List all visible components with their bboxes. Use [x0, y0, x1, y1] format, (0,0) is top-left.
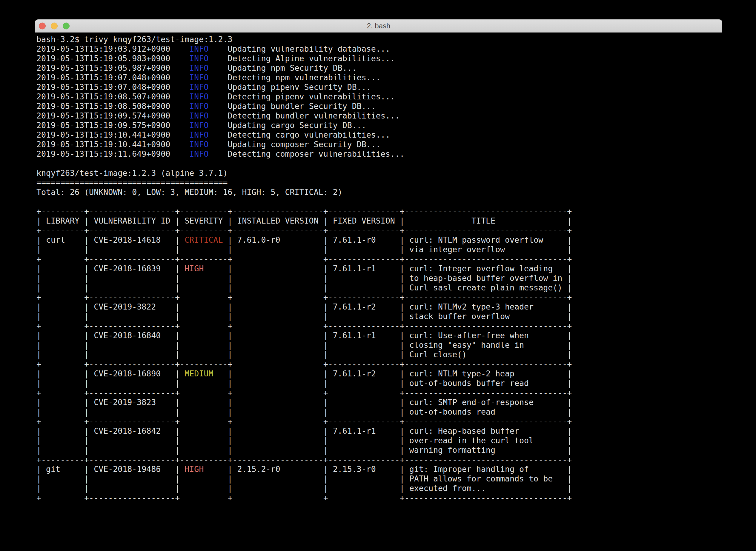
log-line: 2019-05-13T15:19:08.508+0900 INFO Updati… [36, 101, 376, 111]
log-level-info: INFO [189, 63, 209, 72]
log-level-info: INFO [189, 121, 209, 130]
terminal-screen[interactable]: bash-3.2$ trivy knqyf263/test-image:1.2.… [35, 33, 722, 503]
log-level-info: INFO [189, 111, 209, 120]
log-level-info: INFO [189, 54, 209, 63]
severity-critical: CRITICAL [184, 235, 223, 244]
log-line: 2019-05-13T15:19:09.575+0900 INFO Updati… [36, 121, 366, 130]
log-line: 2019-05-13T15:19:03.912+0900 INFO Updati… [36, 44, 390, 53]
log-line: 2019-05-13T15:19:10.441+0900 INFO Detect… [36, 130, 390, 139]
log-line: 2019-05-13T15:19:08.507+0900 INFO Detect… [36, 92, 395, 101]
total-summary-line: Total: 26 (UNKNOWN: 0, LOW: 3, MEDIUM: 1… [36, 187, 343, 197]
log-level-info: INFO [189, 82, 209, 92]
log-line: 2019-05-13T15:19:05.983+0900 INFO Detect… [36, 54, 395, 63]
vulnerability-table: +---------+------------------+----------… [36, 206, 572, 502]
severity-high: HIGH [184, 464, 204, 474]
window-title: 2. bash [367, 22, 391, 30]
log-level-info: INFO [189, 149, 209, 158]
target-underline: ======================================== [36, 178, 228, 187]
titlebar[interactable]: 2. bash [35, 19, 722, 33]
log-level-info: INFO [189, 130, 209, 139]
minimize-button[interactable] [51, 22, 58, 29]
log-line: 2019-05-13T15:19:05.987+0900 INFO Updati… [36, 63, 357, 72]
zoom-button[interactable] [63, 22, 70, 29]
prompt-line: bash-3.2$ trivy knqyf263/test-image:1.2.… [36, 35, 232, 44]
log-line: 2019-05-13T15:19:10.441+0900 INFO Updati… [36, 140, 381, 149]
log-level-info: INFO [189, 44, 209, 53]
severity-high: HIGH [184, 264, 204, 273]
terminal-window: 2. bash bash-3.2$ trivy knqyf263/test-im… [35, 19, 722, 551]
log-line: 2019-05-13T15:19:07.048+0900 INFO Detect… [36, 73, 381, 82]
log-level-info: INFO [189, 101, 209, 111]
severity-medium: MEDIUM [184, 369, 213, 378]
log-level-info: INFO [189, 140, 209, 149]
traffic-lights [39, 22, 70, 29]
log-level-info: INFO [189, 92, 209, 101]
close-button[interactable] [39, 22, 46, 29]
scan-target-line: knqyf263/test-image:1.2.3 (alpine 3.7.1) [36, 168, 228, 177]
log-line: 2019-05-13T15:19:09.574+0900 INFO Detect… [36, 111, 400, 120]
log-line: 2019-05-13T15:19:11.649+0900 INFO Detect… [36, 149, 405, 158]
log-level-info: INFO [189, 73, 209, 82]
log-line: 2019-05-13T15:19:07.048+0900 INFO Updati… [36, 82, 371, 92]
